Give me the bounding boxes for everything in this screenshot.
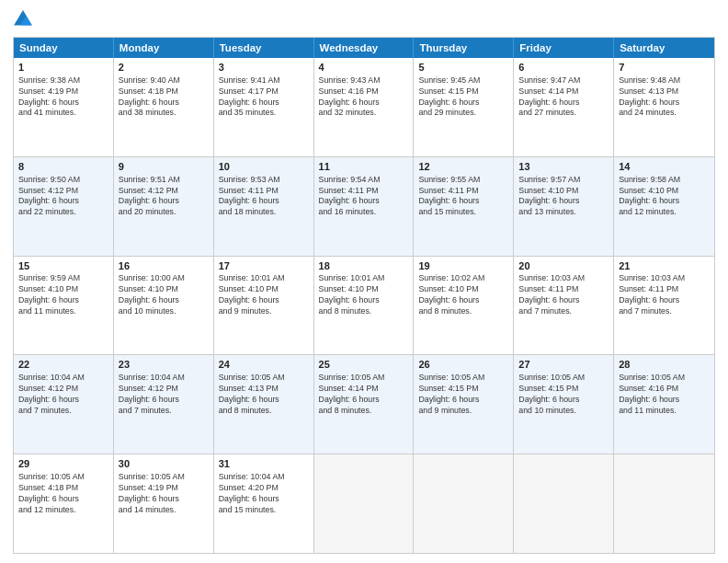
day-info: Sunset: 4:14 PM [319,384,409,395]
day-number: 3 [219,61,309,75]
empty-cell [314,454,415,553]
day-info: and 7 minutes. [119,406,209,417]
day-info: Sunset: 4:18 PM [119,86,209,98]
day-info: Sunset: 4:10 PM [619,186,710,197]
day-info: Sunset: 4:11 PM [418,186,508,197]
calendar-cell: 23Sunrise: 10:04 AMSunset: 4:12 PMDaylig… [114,355,214,454]
day-info: Daylight: 6 hours [418,196,508,207]
day-number: 5 [418,61,508,75]
day-number: 2 [119,61,209,75]
calendar-cell: 31Sunrise: 10:04 AMSunset: 4:20 PMDaylig… [214,454,314,553]
day-info: and 35 minutes. [219,108,309,119]
day-info: Sunset: 4:11 PM [219,186,309,197]
day-info: and 8 minutes. [319,406,409,417]
day-info: and 27 minutes. [518,108,609,119]
day-info: and 7 minutes. [619,306,710,317]
day-info: Daylight: 6 hours [518,98,609,109]
day-info: Sunset: 4:19 PM [119,483,209,494]
calendar-row: 29Sunrise: 10:05 AMSunset: 4:18 PMDaylig… [14,454,714,553]
day-number: 7 [619,61,710,75]
day-info: Sunset: 4:19 PM [18,86,108,98]
day-info: Sunset: 4:10 PM [219,284,309,295]
day-info: Sunrise: 10:04 AM [18,373,108,384]
day-info: Sunset: 4:10 PM [418,284,508,295]
day-number: 29 [18,457,108,471]
day-info: and 12 minutes. [619,207,710,218]
calendar-cell: 13Sunrise: 9:57 AMSunset: 4:10 PMDayligh… [514,157,614,256]
calendar-cell: 17Sunrise: 10:01 AMSunset: 4:10 PMDaylig… [214,257,314,355]
calendar-cell: 18Sunrise: 10:01 AMSunset: 4:10 PMDaylig… [314,257,415,355]
day-info: Sunset: 4:16 PM [619,384,710,395]
day-info: Daylight: 6 hours [319,295,409,306]
day-number: 1 [18,61,108,75]
day-info: Daylight: 6 hours [319,98,409,109]
day-number: 11 [319,160,409,174]
calendar-cell: 4Sunrise: 9:43 AMSunset: 4:16 PMDaylight… [314,58,415,156]
day-info: Sunset: 4:15 PM [418,86,508,98]
calendar-cell: 19Sunrise: 10:02 AMSunset: 4:10 PMDaylig… [414,257,514,355]
calendar-cell: 29Sunrise: 10:05 AMSunset: 4:18 PMDaylig… [14,454,114,553]
calendar-cell: 14Sunrise: 9:58 AMSunset: 4:10 PMDayligh… [614,157,714,256]
day-number: 13 [518,160,609,174]
day-info: Daylight: 6 hours [319,395,409,406]
day-info: Daylight: 6 hours [518,196,609,207]
day-info: Sunrise: 9:58 AM [619,175,710,186]
day-number: 23 [119,358,209,372]
day-info: Daylight: 6 hours [418,395,508,406]
day-info: and 18 minutes. [219,207,309,218]
calendar-cell: 26Sunrise: 10:05 AMSunset: 4:15 PMDaylig… [414,355,514,454]
day-info: Daylight: 6 hours [619,295,710,306]
day-info: Daylight: 6 hours [18,295,108,306]
empty-cell [614,454,714,553]
day-info: Sunrise: 10:05 AM [619,373,710,384]
day-info: Sunset: 4:11 PM [619,284,710,295]
day-info: Daylight: 6 hours [418,98,508,109]
day-info: Sunrise: 9:53 AM [219,175,309,186]
day-info: Sunrise: 9:55 AM [418,175,508,186]
day-info: and 10 minutes. [518,406,609,417]
day-number: 8 [18,160,108,174]
calendar-cell: 21Sunrise: 10:03 AMSunset: 4:11 PMDaylig… [614,257,714,355]
calendar-cell: 2Sunrise: 9:40 AMSunset: 4:18 PMDaylight… [114,58,214,156]
day-number: 15 [18,259,108,273]
day-info: Daylight: 6 hours [18,98,108,109]
calendar-cell: 7Sunrise: 9:48 AMSunset: 4:13 PMDaylight… [614,58,714,156]
calendar-cell: 27Sunrise: 10:05 AMSunset: 4:15 PMDaylig… [514,355,614,454]
day-info: Sunrise: 10:04 AM [119,373,209,384]
day-info: and 7 minutes. [18,406,108,417]
day-info: Sunrise: 9:51 AM [119,175,209,186]
day-info: Daylight: 6 hours [119,295,209,306]
day-info: Daylight: 6 hours [219,494,309,505]
day-info: and 9 minutes. [418,406,508,417]
day-number: 28 [619,358,710,372]
day-info: and 20 minutes. [119,207,209,218]
day-info: Sunset: 4:13 PM [619,86,710,98]
day-info: Sunset: 4:12 PM [18,384,108,395]
calendar-cell: 24Sunrise: 10:05 AMSunset: 4:13 PMDaylig… [214,355,314,454]
day-info: and 13 minutes. [518,207,609,218]
day-info: and 29 minutes. [418,108,508,119]
day-info: Daylight: 6 hours [418,295,508,306]
day-number: 25 [319,358,409,372]
day-info: Daylight: 6 hours [119,196,209,207]
day-info: Sunrise: 9:40 AM [119,75,209,86]
header-day-friday: Friday [514,38,614,58]
day-info: Sunset: 4:16 PM [319,86,409,98]
day-info: and 15 minutes. [418,207,508,218]
empty-cell [514,454,614,553]
day-info: Sunrise: 9:43 AM [319,75,409,86]
day-info: and 9 minutes. [219,306,309,317]
day-info: and 41 minutes. [18,108,108,119]
header-day-thursday: Thursday [414,38,514,58]
day-info: and 16 minutes. [319,207,409,218]
day-number: 14 [619,160,710,174]
day-info: Sunrise: 10:00 AM [119,273,209,284]
day-number: 30 [119,457,209,471]
calendar: SundayMondayTuesdayWednesdayThursdayFrid… [13,37,715,554]
day-info: and 32 minutes. [319,108,409,119]
header-day-saturday: Saturday [614,38,714,58]
calendar-cell: 16Sunrise: 10:00 AMSunset: 4:10 PMDaylig… [114,257,214,355]
day-info: and 11 minutes. [619,406,710,417]
calendar-cell: 25Sunrise: 10:05 AMSunset: 4:14 PMDaylig… [314,355,415,454]
day-info: Sunrise: 10:05 AM [418,373,508,384]
